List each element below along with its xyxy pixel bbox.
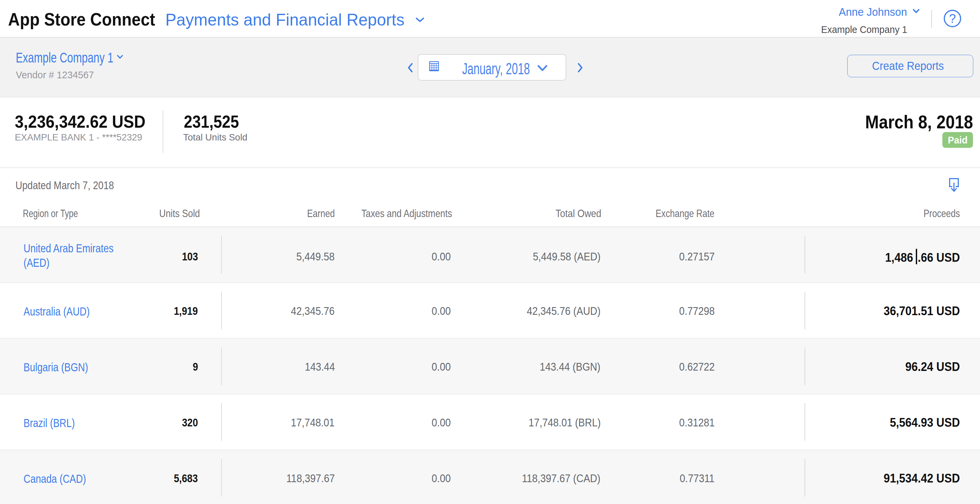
svg-text:?: ? (949, 12, 956, 25)
